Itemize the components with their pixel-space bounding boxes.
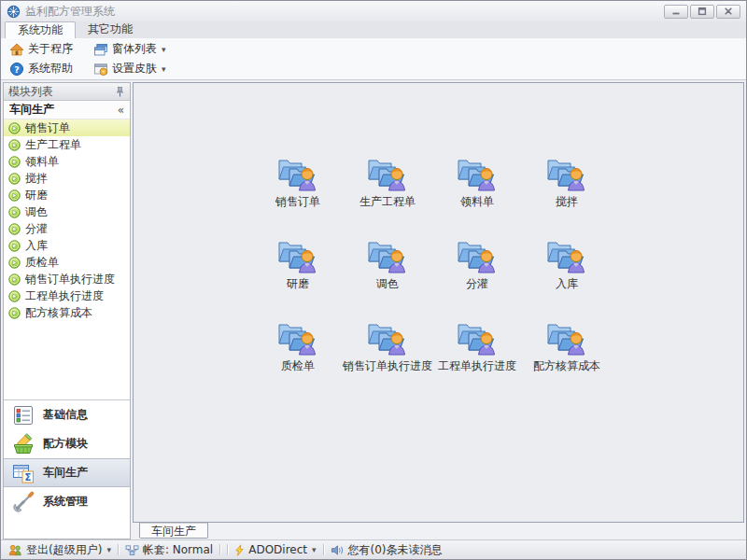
- module-list-title: 模块列表: [8, 84, 53, 100]
- nav-formula-module[interactable]: 配方模块: [4, 429, 130, 458]
- document-tab-workshop[interactable]: 车间生产: [139, 523, 208, 539]
- module-shortcut-engineering-order-progress[interactable]: 工程单执行进度: [432, 318, 522, 374]
- nav-label: 车间生产: [43, 465, 88, 481]
- sidebar-item-label: 研磨: [25, 188, 48, 203]
- folder-user-icon: [277, 318, 318, 356]
- module-icon-grid: 销售订单 生产工程单 领料单 搅拌 研磨 调色 分灌 入库 质检单 销售订单执行…: [253, 154, 612, 374]
- module-shortcut-label: 销售订单: [275, 194, 320, 210]
- status-separator: [219, 544, 220, 555]
- dropdown-caret-icon: ▾: [106, 545, 111, 554]
- toolbar: 关于程序 窗体列表 ▾ 系统帮助 设置皮肤 ▾: [1, 38, 746, 80]
- folder-user-icon: [546, 318, 587, 356]
- help-icon: [9, 62, 24, 77]
- green-arrow-icon: [8, 307, 21, 319]
- speaker-icon: [331, 544, 345, 556]
- data-provider-label: ADODirect: [248, 543, 307, 556]
- module-shortcut-label: 研磨: [287, 276, 309, 292]
- sidebar-item-warehousing[interactable]: 入库: [4, 237, 130, 254]
- module-shortcut-color-matching[interactable]: 调色: [343, 236, 432, 292]
- sidebar-item-mixing[interactable]: 搅拌: [4, 170, 130, 187]
- module-shortcut-grinding[interactable]: 研磨: [253, 236, 343, 292]
- sidebar-item-production-order[interactable]: 生产工程单: [4, 136, 130, 153]
- module-shortcut-material-request[interactable]: 领料单: [432, 154, 522, 210]
- sidebar-item-sales-order[interactable]: 销售订单: [4, 119, 130, 136]
- sidebar-item-label: 质检单: [25, 255, 59, 271]
- document-tab-strip: 车间生产: [133, 523, 744, 539]
- sidebar-item-quality-check[interactable]: 质检单: [4, 254, 130, 271]
- main-area: 销售订单 生产工程单 领料单 搅拌 研磨 调色 分灌 入库 质检单 销售订单执行…: [133, 82, 744, 539]
- close-icon: [724, 7, 733, 16]
- home-icon: [9, 42, 24, 57]
- unread-messages-status[interactable]: 您有(0)条未读消息: [331, 542, 443, 558]
- nav-workshop-production[interactable]: 车间生产: [4, 458, 130, 487]
- group-header-workshop: 车间生产 «: [4, 101, 130, 119]
- dropdown-caret-icon: ▾: [312, 545, 317, 554]
- sidebar-item-label: 调色: [25, 204, 48, 220]
- sidebar-item-grinding[interactable]: 研磨: [4, 187, 130, 203]
- window-list-button[interactable]: 窗体列表 ▾: [89, 40, 171, 58]
- folder-user-icon: [546, 154, 587, 191]
- sidebar-spacer: [4, 321, 130, 399]
- green-arrow-icon: [8, 240, 21, 252]
- sidebar-item-label: 入库: [25, 238, 48, 254]
- sidebar-item-engineering-order-progress[interactable]: 工程单执行进度: [4, 287, 130, 304]
- table-sigma-icon: [12, 462, 35, 484]
- tab-other-functions[interactable]: 其它功能: [76, 21, 145, 38]
- toolbar-row-1: 关于程序 窗体列表 ▾: [5, 39, 742, 59]
- toolbar-row-2: 系统帮助 设置皮肤 ▾: [5, 59, 742, 78]
- tab-system-functions[interactable]: 系统功能: [5, 21, 76, 38]
- status-bar: 登出(超级用户) ▾ 帐套: Normal ADODirect ▾ 您有(0)条…: [1, 539, 746, 559]
- basket-pencil-icon: [12, 433, 35, 455]
- module-shortcut-warehousing[interactable]: 入库: [522, 236, 612, 292]
- module-shortcut-quality-check[interactable]: 质检单: [253, 318, 343, 374]
- dropdown-caret-icon: ▾: [162, 45, 166, 54]
- app-logo-icon: [7, 5, 21, 19]
- minimize-button[interactable]: [664, 5, 688, 19]
- maximize-button[interactable]: [690, 5, 714, 19]
- system-help-button[interactable]: 系统帮助: [5, 60, 78, 77]
- close-button[interactable]: [716, 5, 740, 19]
- users-icon: [8, 544, 22, 556]
- folder-user-icon: [367, 154, 408, 191]
- module-shortcut-label: 工程单执行进度: [438, 358, 516, 374]
- green-arrow-icon: [8, 257, 21, 269]
- group-title: 车间生产: [9, 102, 54, 118]
- module-list-header: 模块列表: [4, 83, 130, 101]
- module-sidebar: 模块列表 车间生产 « 销售订单 生产工程单 领料单 搅拌 研磨 调色 分灌 入…: [3, 82, 131, 539]
- pin-icon[interactable]: [115, 86, 125, 98]
- data-provider-button[interactable]: ADODirect ▾: [234, 543, 316, 556]
- set-skin-button[interactable]: 设置皮肤 ▾: [89, 60, 171, 77]
- list-icon: [12, 404, 35, 427]
- folder-user-icon: [457, 236, 498, 273]
- module-shortcut-mixing[interactable]: 搅拌: [522, 154, 612, 210]
- sidebar-item-label: 领料单: [25, 154, 59, 170]
- skin-icon: [93, 62, 108, 77]
- sidebar-item-formula-cost[interactable]: 配方核算成本: [4, 304, 130, 321]
- module-shortcut-production-order[interactable]: 生产工程单: [343, 154, 432, 210]
- about-program-button[interactable]: 关于程序: [5, 40, 78, 58]
- module-shortcut-label: 调色: [376, 276, 399, 292]
- sidebar-item-material-request[interactable]: 领料单: [4, 153, 130, 170]
- green-arrow-icon: [8, 273, 21, 286]
- folder-user-icon: [457, 154, 498, 191]
- sidebar-item-filling[interactable]: 分灌: [4, 220, 130, 237]
- nav-system-management[interactable]: 系统管理: [4, 487, 130, 516]
- module-shortcut-label: 生产工程单: [359, 194, 416, 210]
- sidebar-item-label: 分灌: [25, 221, 48, 237]
- collapse-chevron-icon[interactable]: «: [118, 104, 124, 117]
- module-shortcut-sales-order-progress[interactable]: 销售订单执行进度: [343, 318, 432, 374]
- account-set-status: 帐套: Normal: [125, 542, 213, 558]
- module-shortcut-label: 入库: [556, 276, 578, 292]
- module-shortcut-sales-order[interactable]: 销售订单: [253, 154, 343, 210]
- green-arrow-icon: [8, 290, 21, 302]
- nav-basic-info[interactable]: 基础信息: [4, 400, 130, 429]
- sidebar-item-sales-order-progress[interactable]: 销售订单执行进度: [4, 271, 130, 287]
- folder-user-icon: [457, 318, 498, 356]
- sidebar-item-color-matching[interactable]: 调色: [4, 203, 130, 220]
- logout-button[interactable]: 登出(超级用户) ▾: [8, 542, 111, 558]
- system-help-label: 系统帮助: [28, 61, 73, 77]
- module-shortcut-filling[interactable]: 分灌: [432, 236, 522, 292]
- sidebar-item-label: 销售订单执行进度: [25, 272, 115, 287]
- module-shortcut-formula-cost[interactable]: 配方核算成本: [522, 318, 612, 374]
- ribbon-tab-row: 系统功能 其它功能: [1, 21, 746, 38]
